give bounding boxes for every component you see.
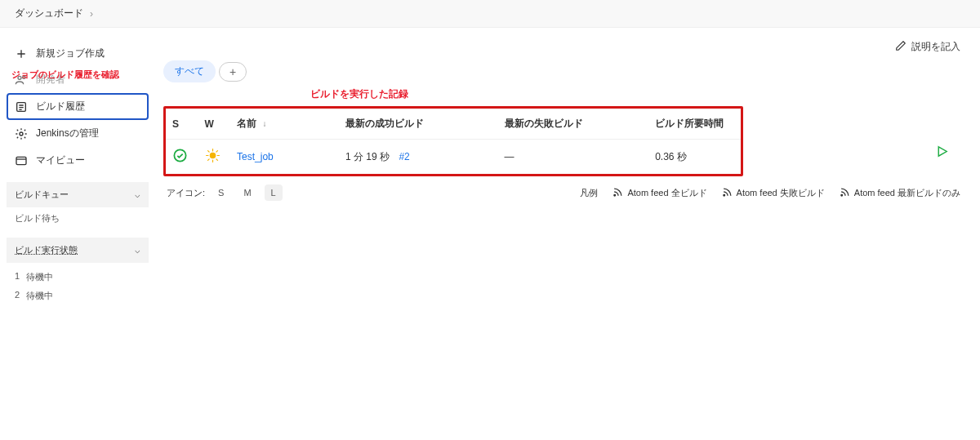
sidebar-item-manage[interactable]: Jenkinsの管理 xyxy=(7,120,149,147)
annotation-history: ジョブのビルド履歴を確認 xyxy=(11,69,149,81)
add-view-button[interactable]: + xyxy=(219,62,247,82)
size-l-button[interactable]: L xyxy=(265,184,283,201)
svg-point-3 xyxy=(20,132,23,136)
feed-all-link[interactable]: Atom feed 全ビルド xyxy=(612,187,706,199)
col-last-success[interactable]: 最新の成功ビルド xyxy=(339,109,498,140)
section-label: ビルド実行状態 xyxy=(15,244,78,256)
gear-icon xyxy=(15,127,28,140)
icon-size-picker: アイコン: S M L xyxy=(167,184,283,201)
sidebar-item-build-history[interactable]: ビルド履歴 xyxy=(7,93,149,120)
sidebar-item-my-view[interactable]: マイビュー xyxy=(7,147,149,174)
svg-marker-7 xyxy=(938,147,947,156)
jobs-table: S W 名前 ↓ 最新の成功ビルド 最新の失敗ビルド ビルド所要時間 xyxy=(166,109,741,174)
sort-down-icon: ↓ xyxy=(262,119,266,128)
sidebar-item-label: 新規ジョブ作成 xyxy=(36,47,105,60)
executor-status-header[interactable]: ビルド実行状態 ⌵ xyxy=(7,238,149,263)
table-row: Test_job 1 分 19 秒 #2 — 0.36 秒 xyxy=(166,140,741,175)
rss-icon xyxy=(722,187,733,199)
sidebar-item-label: ビルド履歴 xyxy=(36,100,85,113)
col-last-fail[interactable]: 最新の失敗ビルド xyxy=(498,109,649,140)
section-label: ビルドキュー xyxy=(15,189,69,201)
table-footer: アイコン: S M L 凡例 Atom feed 全ビルド Atom feed … xyxy=(163,176,964,209)
feed-fail-link[interactable]: Atom feed 失敗ビルド xyxy=(722,187,825,199)
svg-point-6 xyxy=(210,153,215,158)
main-content: 説明を記入 すべて + ビルドを実行した記録 S W 名前 ↓ xyxy=(155,28,980,322)
size-s-button[interactable]: S xyxy=(212,184,230,201)
col-name[interactable]: 名前 ↓ xyxy=(230,109,339,140)
run-build-button[interactable] xyxy=(935,144,949,161)
status-success-icon xyxy=(172,154,188,166)
job-name-link[interactable]: Test_job xyxy=(237,151,274,162)
new-job-button[interactable]: 新規ジョブ作成 xyxy=(7,40,149,67)
feed-links: 凡例 Atom feed 全ビルド Atom feed 失敗ビルド Atom f… xyxy=(580,187,960,199)
tab-all[interactable]: すべて xyxy=(163,60,216,82)
chevron-down-icon: ⌵ xyxy=(135,245,140,256)
weather-sunny-icon xyxy=(205,154,220,166)
plus-icon xyxy=(15,47,28,60)
executor-row: 1 待機中 xyxy=(15,268,140,287)
col-weather[interactable]: W xyxy=(198,109,231,140)
annotation-table: ビルドを実行した記録 xyxy=(310,87,964,101)
window-icon xyxy=(15,154,28,167)
col-duration[interactable]: ビルド所要時間 xyxy=(648,109,741,140)
link-label: 説明を記入 xyxy=(911,40,960,54)
executor-num: 2 xyxy=(15,290,20,302)
sidebar: 新規ジョブ作成 ジョブのビルド履歴を確認 開発者 ビルド履歴 Jenkinsの管… xyxy=(0,28,155,322)
link-label: 凡例 xyxy=(580,187,598,199)
link-label: Atom feed 全ビルド xyxy=(627,187,706,199)
add-description-link[interactable]: 説明を記入 xyxy=(895,40,960,54)
rss-icon xyxy=(840,187,850,199)
chevron-right-icon: › xyxy=(90,8,93,20)
executor-state: 待機中 xyxy=(26,290,53,302)
chevron-down-icon: ⌵ xyxy=(135,189,140,200)
build-queue-body: ビルド待ち xyxy=(7,207,149,229)
fail-value: — xyxy=(505,151,514,162)
build-ref-link[interactable]: #2 xyxy=(399,151,409,162)
queue-empty-text: ビルド待ち xyxy=(15,213,60,223)
executor-state: 待機中 xyxy=(26,271,53,283)
breadcrumb-root[interactable]: ダッシュボード xyxy=(15,7,83,20)
icon-size-label: アイコン: xyxy=(167,187,205,199)
svg-rect-4 xyxy=(16,157,26,164)
executor-row: 2 待機中 xyxy=(15,287,140,305)
breadcrumb: ダッシュボード › xyxy=(0,0,980,28)
sidebar-item-label: マイビュー xyxy=(36,153,85,167)
svg-point-10 xyxy=(841,194,843,196)
success-time: 1 分 19 秒 xyxy=(345,151,390,162)
executor-num: 1 xyxy=(15,271,20,283)
legend-link[interactable]: 凡例 xyxy=(580,187,598,199)
col-status[interactable]: S xyxy=(166,109,198,140)
build-queue-header[interactable]: ビルドキュー ⌵ xyxy=(7,182,149,207)
pencil-icon xyxy=(895,40,906,54)
view-tabs: すべて + xyxy=(163,60,964,82)
svg-point-8 xyxy=(614,194,616,196)
link-label: Atom feed 失敗ビルド xyxy=(737,187,825,199)
duration-value: 0.36 秒 xyxy=(655,151,687,162)
feed-latest-link[interactable]: Atom feed 最新ビルドのみ xyxy=(840,187,960,199)
jobs-table-highlight: S W 名前 ↓ 最新の成功ビルド 最新の失敗ビルド ビルド所要時間 xyxy=(163,106,743,176)
link-label: Atom feed 最新ビルドのみ xyxy=(854,187,960,199)
size-m-button[interactable]: M xyxy=(237,184,257,201)
col-name-label: 名前 xyxy=(237,118,256,129)
sidebar-item-label: Jenkinsの管理 xyxy=(36,127,99,140)
rss-icon xyxy=(612,187,623,199)
history-icon xyxy=(15,100,28,113)
executor-status-body: 1 待機中 2 待機中 xyxy=(7,263,149,310)
svg-point-9 xyxy=(723,194,724,196)
